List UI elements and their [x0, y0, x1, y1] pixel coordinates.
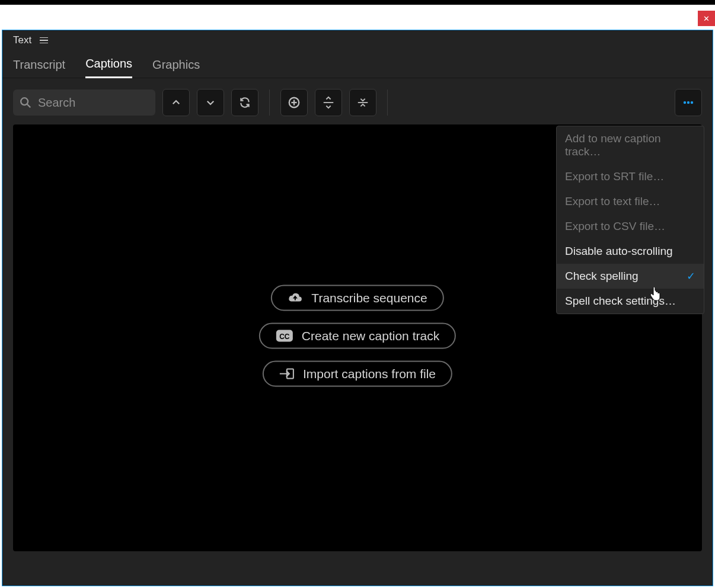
svg-point-8 [687, 101, 690, 104]
menu-check-spelling[interactable]: Check spelling ✓ [557, 264, 704, 289]
menu-disable-autoscroll[interactable]: Disable auto-scrolling [557, 239, 704, 264]
merge-icon [356, 96, 369, 109]
next-caption-button[interactable] [197, 89, 224, 116]
svg-text:CC: CC [279, 333, 290, 341]
panel-menu-icon[interactable] [40, 36, 48, 44]
transcribe-sequence-label: Transcribe sequence [311, 291, 427, 305]
import-captions-label: Import captions from file [303, 367, 436, 381]
empty-state-actions: Transcribe sequence CC Create new captio… [259, 285, 456, 387]
chevron-down-icon [205, 97, 216, 108]
cloud-upload-icon [288, 292, 303, 305]
more-options-button[interactable] [675, 89, 702, 116]
menu-spellcheck-settings[interactable]: Spell check settings… [557, 289, 704, 314]
svg-point-9 [691, 101, 693, 104]
menu-export-srt: Export to SRT file… [557, 164, 704, 189]
menu-item-label: Disable auto-scrolling [565, 245, 673, 258]
create-caption-track-label: Create new caption track [302, 329, 439, 343]
panel-header: Text [2, 30, 713, 50]
split-caption-button[interactable] [315, 89, 342, 116]
close-button[interactable]: ✕ [698, 11, 715, 26]
menu-item-label: Export to text file… [565, 195, 660, 208]
search-input[interactable] [37, 95, 149, 110]
merge-caption-button[interactable] [349, 89, 376, 116]
split-icon [322, 96, 335, 109]
prev-caption-button[interactable] [162, 89, 190, 116]
tab-graphics[interactable]: Graphics [152, 58, 200, 78]
svg-point-7 [684, 101, 686, 104]
search-field[interactable] [13, 90, 155, 116]
tab-captions[interactable]: Captions [85, 57, 132, 78]
panel-title: Text [13, 34, 31, 46]
svg-point-0 [21, 98, 28, 105]
import-icon [279, 368, 295, 381]
top-divider [0, 0, 715, 5]
close-icon: ✕ [703, 14, 710, 23]
cc-icon: CC [276, 330, 293, 343]
menu-item-label: Export to CSV file… [565, 220, 665, 233]
more-horizontal-icon [681, 95, 695, 110]
tab-transcript[interactable]: Transcript [13, 58, 65, 78]
transcribe-sequence-button[interactable]: Transcribe sequence [271, 285, 443, 311]
tab-bar: Transcript Captions Graphics [2, 50, 713, 78]
menu-add-to-new-track: Add to new caption track… [557, 126, 704, 164]
chevron-up-icon [171, 97, 181, 108]
search-icon [19, 96, 32, 109]
add-caption-button[interactable] [280, 89, 308, 116]
plus-circle-icon [288, 96, 301, 109]
menu-item-label: Spell check settings… [565, 295, 676, 308]
create-caption-track-button[interactable]: CC Create new caption track [259, 323, 456, 349]
svg-line-1 [27, 104, 31, 108]
menu-export-text: Export to text file… [557, 189, 704, 214]
refresh-icon [239, 97, 251, 108]
toolbar [2, 78, 713, 124]
menu-item-label: Check spelling [565, 270, 639, 283]
check-icon: ✓ [687, 270, 695, 283]
replace-button[interactable] [231, 89, 258, 116]
import-captions-button[interactable]: Import captions from file [263, 361, 452, 387]
toolbar-divider-2 [387, 90, 388, 116]
menu-export-csv: Export to CSV file… [557, 214, 704, 239]
more-options-menu: Add to new caption track… Export to SRT … [556, 126, 704, 314]
menu-item-label: Export to SRT file… [565, 170, 664, 183]
menu-item-label: Add to new caption track… [565, 132, 695, 158]
toolbar-divider [269, 90, 270, 116]
